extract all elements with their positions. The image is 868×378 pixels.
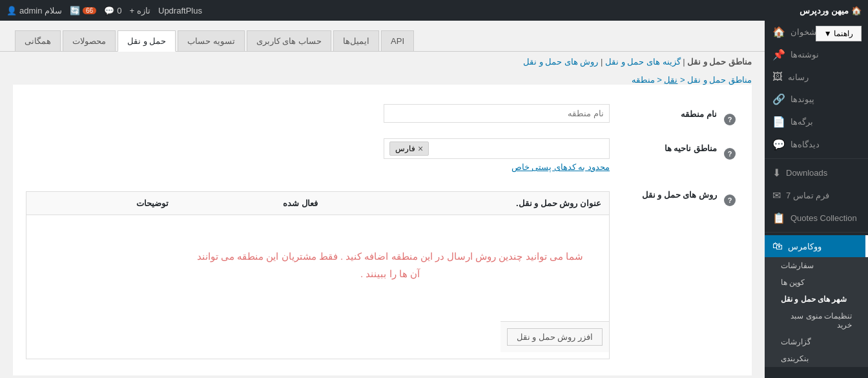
col-title: عنوان روش حمل و نقل. — [326, 192, 609, 215]
shipping-zones-label: شهر های حمل و نقل — [781, 295, 847, 304]
submenu-reports[interactable]: گزارشات — [765, 333, 868, 350]
page-content-area: ? نام منطقه ? مناطق ناحیه ها — [13, 85, 752, 375]
sidebar-item-woocommerce[interactable]: ووکامرس 🛍 — [765, 235, 868, 257]
page-title-wrap: مناطق حمل و نقل < نقل < منطقه — [0, 72, 765, 85]
empty-line1: شما می توانید چندین روش ارسال در این منط… — [197, 251, 583, 262]
main-content: همگانی محصولات حمل و نقل تسویه حساب حساب… — [0, 21, 765, 378]
sidebar-item-downloads[interactable]: Downloads ⬇ — [765, 162, 868, 184]
shipping-methods-row: ? روش های حمل و نقل عنوان روش حمل و نقل. — [26, 178, 739, 366]
zone-regions-help-icon[interactable]: ? — [724, 148, 736, 160]
sidebar-item-links[interactable]: پیوندها 🔗 — [765, 88, 868, 110]
updates-icon: 🔄 — [70, 6, 80, 16]
admin-bar: 🏠 میهن وردپرس UpdraftPlus تازه + 0 💬 66 … — [0, 0, 868, 21]
site-link[interactable]: 🏠 میهن وردپرس — [800, 6, 862, 16]
tab-shipping[interactable]: حمل و نقل — [118, 30, 176, 52]
menu-separator-1 — [765, 158, 868, 159]
adminbar-left: UpdraftPlus تازه + 0 💬 66 🔄 سلام admin 👤 — [6, 6, 202, 16]
sidebar-item-quotes[interactable]: Quotes Collection 📋 — [765, 207, 868, 229]
pages-icon: 📄 — [772, 116, 785, 128]
help-label: راهنما ▼ — [824, 29, 853, 38]
plus-icon: + — [129, 6, 134, 16]
updraftplus-label: UpdraftPlus — [158, 6, 202, 16]
links-icon: 🔗 — [772, 93, 785, 105]
comments-label: دیدگاه‌ها — [790, 140, 820, 149]
updates-link[interactable]: 66 🔄 — [70, 6, 96, 16]
submenu-menu-settings[interactable]: تنظیمات منوی سبد خرید — [765, 308, 868, 333]
breadcrumb-link-2[interactable]: روش های حمل و نقل — [523, 57, 598, 67]
sidebar-item-media[interactable]: رسانه 🖼 — [765, 66, 868, 88]
sidebar-item-contact7[interactable]: فرم تماس 7 ✉ — [765, 184, 868, 207]
new-label: تازه — [137, 6, 150, 16]
contact7-icon: ✉ — [772, 189, 781, 202]
zone-regions-row: ? مناطق ناحیه ها × فارس محدود به کده — [26, 132, 739, 178]
methods-empty-message: شما می توانید چندین روش ارسال در این منط… — [171, 222, 609, 308]
submenu-coupons[interactable]: کوپن ها — [765, 274, 868, 291]
tag-label-fars: فارس — [395, 144, 415, 153]
region-tag-fars: × فارس — [389, 142, 429, 156]
site-name: میهن وردپرس — [800, 6, 849, 16]
user-greeting[interactable]: سلام admin 👤 — [6, 6, 62, 16]
adminbar-right: 🏠 میهن وردپرس — [800, 6, 862, 16]
woocommerce-icon: 🛍 — [772, 240, 783, 252]
zone-name-input[interactable] — [384, 104, 610, 123]
media-label: رسانه — [788, 72, 809, 82]
sidebar-item-posts[interactable]: نوشته‌ها 📌 — [765, 43, 868, 66]
add-shipping-method-button[interactable]: افزر روش حمل و نقل — [507, 328, 603, 346]
pages-label: برگه‌ها — [790, 117, 813, 127]
col-description: توضیحات — [26, 192, 176, 215]
contact7-label: فرم تماس 7 — [786, 191, 829, 200]
settings-form: ? نام منطقه ? مناطق ناحیه ها — [26, 98, 739, 366]
remove-tag-fars[interactable]: × — [418, 143, 423, 154]
zone-name-label: نام منطقه — [681, 109, 717, 119]
reports-label: گزارشات — [781, 337, 811, 346]
tab-api[interactable]: API — [381, 30, 414, 51]
comments-icon: 💬 — [772, 138, 785, 151]
shipping-methods-help-icon[interactable]: ? — [724, 194, 736, 206]
home-icon: 🏠 — [851, 6, 862, 16]
coupons-label: کوپن ها — [781, 278, 805, 287]
orders-label: سفارشات — [781, 261, 814, 270]
submenu-orders[interactable]: سفارشات — [765, 257, 868, 274]
help-button[interactable]: راهنما ▼ — [816, 26, 862, 41]
posts-icon: 📌 — [772, 48, 785, 61]
tab-emails[interactable]: ایمیل‌ها — [333, 30, 379, 51]
dashboard-icon: 🏠 — [772, 26, 785, 38]
comment-icon: 💬 — [104, 6, 114, 16]
breadcrumb-link-1[interactable]: گزینه های حمل و نقل — [605, 57, 680, 67]
submenu-shipping-zones[interactable]: شهر های حمل و نقل — [765, 291, 868, 308]
zone-regions-input-wrap[interactable]: × فارس — [384, 138, 610, 159]
updraftplus-link[interactable]: UpdraftPlus — [158, 6, 202, 16]
empty-line2: آن ها را ببینند . — [360, 268, 420, 279]
new-content-link[interactable]: تازه + — [129, 6, 150, 16]
breadcrumb-main: مناطق حمل و نقل — [687, 57, 752, 67]
add-method-action-row: افزر روش حمل و نقل — [501, 321, 609, 352]
updates-count: 66 — [83, 7, 96, 14]
tab-general[interactable]: همگانی — [15, 30, 61, 51]
quotes-icon: 📋 — [772, 212, 785, 224]
settings-label: بنکربندی — [781, 354, 809, 363]
tab-user-accounts[interactable]: حساب های کاربری — [247, 30, 331, 51]
sidebar-item-pages[interactable]: برگه‌ها 📄 — [765, 110, 868, 133]
tab-account[interactable]: تسویه حساب — [178, 30, 245, 51]
main-layout: پیشخوان 🏠 نوشته‌ها 📌 رسانه 🖼 پیوندها 🔗 ب… — [0, 21, 868, 378]
breadcrumb: مناطق حمل و نقل | گزینه های حمل و نقل | … — [0, 52, 765, 72]
user-greeting-text: سلام admin — [19, 6, 62, 16]
methods-table-header: عنوان روش حمل و نقل. فعال شده توضیحات — [26, 192, 609, 215]
sidebar-item-comments[interactable]: دیدگاه‌ها 💬 — [765, 133, 868, 156]
col-enabled: فعال شده — [176, 192, 326, 215]
menu-settings-label: تنظیمات منوی سبد خرید — [781, 311, 852, 330]
zone-name-help-icon[interactable]: ? — [724, 114, 736, 125]
restrict-link[interactable]: محدود به کدهای پستی خاص — [26, 162, 610, 172]
submenu-settings[interactable]: بنکربندی — [765, 350, 868, 367]
woocommerce-label: ووکامرس — [788, 242, 822, 251]
zone-name-row: ? نام منطقه — [26, 98, 739, 132]
downloads-icon: ⬇ — [772, 167, 781, 179]
region-search-input[interactable] — [432, 144, 604, 154]
posts-label: نوشته‌ها — [790, 50, 819, 59]
media-icon: 🖼 — [772, 71, 783, 83]
quotes-label: Quotes Collection — [790, 213, 857, 223]
tab-products[interactable]: محصولات — [63, 30, 116, 51]
page-title-link[interactable]: مناطق حمل و نقل < نقل < منطقه — [632, 75, 752, 85]
sidebar: پیشخوان 🏠 نوشته‌ها 📌 رسانه 🖼 پیوندها 🔗 ب… — [765, 21, 868, 378]
comments-link[interactable]: 0 💬 — [104, 6, 121, 16]
